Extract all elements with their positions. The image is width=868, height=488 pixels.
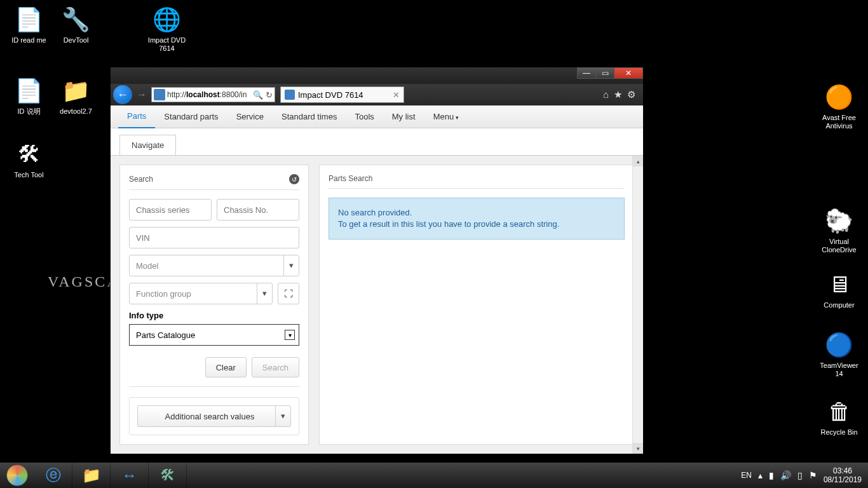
desktop-icon-devtool[interactable]: 🔧DevTool	[52, 5, 100, 44]
globe-icon: 🌐	[153, 5, 182, 34]
avast-icon: 🟠	[825, 83, 854, 112]
network-icon[interactable]: ▯	[797, 470, 803, 480]
vin-input[interactable]	[129, 227, 299, 248]
language-indicator[interactable]: EN	[741, 471, 752, 480]
menu-tools[interactable]: Tools	[346, 105, 383, 128]
battery-icon[interactable]: ▮	[769, 470, 774, 480]
page-content: Parts Standard parts Service Standard ti…	[111, 105, 643, 450]
favorites-icon[interactable]: ★	[614, 89, 622, 100]
desktop-icon-avast[interactable]: 🟠Avast Free Antivirus	[815, 83, 863, 130]
taskbar-techtool[interactable]: 🛠	[149, 463, 187, 488]
function-group-select[interactable]: Function group▾	[129, 283, 273, 304]
chassis-series-input[interactable]	[129, 199, 212, 220]
function-group-browse-button[interactable]: ⛶	[278, 283, 299, 304]
volume-icon[interactable]: 🔊	[780, 470, 791, 480]
clock[interactable]: 03:46 08/11/2019	[824, 466, 862, 484]
desktop-icon-devtool27[interactable]: 📁devtool2.7	[52, 76, 100, 116]
forward-button[interactable]: →	[135, 88, 149, 102]
menu-mylist[interactable]: My list	[383, 105, 424, 128]
search-panel: Search ↺ Model▾ Function group▾ ⛶ Info	[119, 165, 309, 445]
desktop-icon-idshuoming[interactable]: 📄ID 说明	[5, 76, 53, 116]
toolbar-right: ⌂ ★ ⚙	[603, 89, 641, 100]
computer-icon: 🖥	[825, 270, 854, 299]
scrollbar[interactable]: ▴ ▾	[632, 156, 643, 454]
reload-icon[interactable]: ↻	[263, 90, 275, 100]
window-titlebar[interactable]: — ▭ ✕	[111, 67, 643, 84]
tray-chevron-icon[interactable]: ▴	[758, 470, 763, 480]
home-icon[interactable]: ⌂	[603, 89, 609, 100]
info-message: No search provided. To get a result in t…	[329, 198, 625, 240]
info-type-label: Info type	[129, 311, 299, 320]
browser-toolbar: ← → http://localhost:8800/in 🔍 ↻ Impact …	[111, 84, 643, 105]
wrench-icon: 🛠	[15, 140, 44, 169]
desktop-icon-clonedrive[interactable]: 🐑Virtual CloneDrive	[815, 207, 863, 254]
browser-tab[interactable]: Impact DVD 7614 ✕	[280, 86, 404, 103]
chevron-down-icon: ▾	[283, 255, 299, 276]
windows-orb-icon	[6, 464, 28, 486]
clear-button[interactable]: Clear	[205, 357, 247, 377]
menu-menu[interactable]: Menu	[424, 105, 468, 128]
info-type-select[interactable]: Parts Catalogue ▾	[129, 324, 299, 346]
chevron-down-icon: ▾	[285, 330, 295, 340]
search-heading: Search ↺	[129, 174, 299, 190]
scroll-up-icon[interactable]: ▴	[633, 156, 643, 166]
tab-close-icon[interactable]: ✕	[393, 90, 400, 100]
minimize-button[interactable]: —	[577, 67, 596, 79]
browser-window: — ▭ ✕ ← → http://localhost:8800/in 🔍 ↻ I…	[110, 67, 644, 449]
results-heading: Parts Search	[329, 174, 625, 189]
chassis-no-input[interactable]	[217, 199, 299, 220]
menu-parts[interactable]: Parts	[118, 105, 155, 128]
tab-navigate[interactable]: Navigate	[119, 135, 176, 155]
desktop-icon-impactdvd[interactable]: 🌐Impact DVD 7614	[143, 5, 191, 53]
additional-search-box: Additional search values▾	[129, 397, 299, 435]
file-icon: 📄	[15, 76, 44, 105]
window-controls: — ▭ ✕	[578, 67, 643, 79]
tab-favicon	[285, 90, 295, 100]
search-icon[interactable]: 🔍	[253, 90, 263, 100]
folder-icon: 📁	[62, 76, 91, 105]
taskbar-explorer[interactable]: 📁	[72, 463, 111, 488]
maximize-button[interactable]: ▭	[595, 67, 614, 79]
desktop-icon-recyclebin[interactable]: 🗑Recycle Bin	[815, 397, 863, 437]
url-text: http://localhost:8800/in	[167, 90, 253, 99]
desktop-icon-computer[interactable]: 🖥Computer	[815, 270, 863, 309]
results-panel: Parts Search No search provided. To get …	[319, 165, 634, 445]
close-button[interactable]: ✕	[614, 67, 643, 79]
desktop-icon-idreadme[interactable]: 📄ID read me	[5, 5, 53, 44]
scroll-down-icon[interactable]: ▾	[633, 443, 643, 454]
back-button[interactable]: ←	[113, 85, 132, 104]
additional-search-select[interactable]: Additional search values▾	[137, 405, 291, 427]
refresh-icon[interactable]: ↺	[289, 174, 299, 184]
menu-standard-times[interactable]: Standard times	[273, 105, 346, 128]
file-icon: 📄	[15, 5, 44, 34]
teamviewer-icon: 🔵	[825, 330, 854, 360]
site-icon	[154, 89, 165, 100]
model-select[interactable]: Model▾	[129, 255, 299, 276]
menu-standard-parts[interactable]: Standard parts	[155, 105, 227, 128]
settings-icon[interactable]: ⚙	[627, 89, 635, 100]
taskbar: ⓔ 📁 ↔ 🛠 EN ▴ ▮ 🔊 ▯ ⚑ 03:46 08/11/2019	[0, 463, 868, 488]
subtab-bar: Navigate	[111, 128, 643, 155]
content-area: Search ↺ Model▾ Function group▾ ⛶ Info	[111, 155, 643, 454]
desktop-icon-teamviewer[interactable]: 🔵TeamViewer 14	[815, 330, 863, 378]
sheep-icon: 🐑	[825, 207, 854, 236]
taskbar-teamviewer[interactable]: ↔	[111, 463, 149, 488]
trash-icon: 🗑	[825, 397, 854, 426]
main-menu: Parts Standard parts Service Standard ti…	[111, 105, 643, 128]
volvo-icon: 🔧	[62, 5, 91, 34]
chevron-down-icon: ▾	[275, 406, 290, 426]
system-tray: EN ▴ ▮ 🔊 ▯ ⚑ 03:46 08/11/2019	[741, 466, 868, 484]
search-button[interactable]: Search	[252, 357, 299, 377]
chevron-down-icon: ▾	[257, 283, 272, 304]
address-bar[interactable]: http://localhost:8800/in 🔍 ↻	[151, 87, 275, 102]
flag-icon[interactable]: ⚑	[809, 470, 817, 480]
desktop-icon-techtool[interactable]: 🛠Tech Tool	[5, 140, 53, 179]
tab-title: Impact DVD 7614	[298, 90, 393, 100]
taskbar-ie[interactable]: ⓔ	[34, 463, 72, 488]
menu-service[interactable]: Service	[227, 105, 273, 128]
start-button[interactable]	[0, 463, 34, 488]
